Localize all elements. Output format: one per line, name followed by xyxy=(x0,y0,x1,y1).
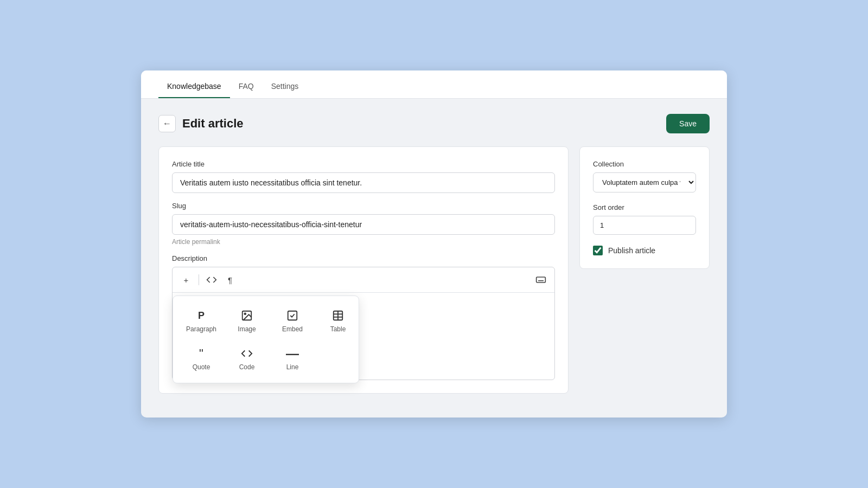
insert-dropdown: P Paragraph xyxy=(173,296,359,383)
article-form-card: Article title Slug Article permalink Des… xyxy=(158,146,569,394)
table-label: Table xyxy=(330,325,346,333)
code-view-button[interactable] xyxy=(203,272,220,288)
page-title: Edit article xyxy=(182,117,243,131)
image-icon xyxy=(240,309,253,322)
insert-paragraph[interactable]: P Paragraph xyxy=(180,303,223,338)
quote-label: Quote xyxy=(193,363,210,371)
insert-quote[interactable]: " Quote xyxy=(180,341,223,376)
save-button[interactable]: Save xyxy=(666,114,710,133)
image-label: Image xyxy=(238,325,256,333)
insert-embed[interactable]: Embed xyxy=(271,303,314,338)
sort-order-label: Sort order xyxy=(593,203,696,211)
tab-faq[interactable]: FAQ xyxy=(230,74,263,98)
quote-icon: " xyxy=(195,347,208,360)
svg-rect-8 xyxy=(288,311,297,320)
insert-image[interactable]: Image xyxy=(225,303,269,338)
insert-table[interactable]: Table xyxy=(316,303,360,338)
svg-rect-0 xyxy=(537,277,546,282)
publish-checkbox[interactable] xyxy=(593,246,603,255)
slug-label: Slug xyxy=(172,202,555,210)
embed-label: Embed xyxy=(282,325,303,333)
left-column: Article title Slug Article permalink Des… xyxy=(158,146,569,394)
main-content: ← Edit article Save Article title Slug A… xyxy=(141,99,727,409)
header-row: ← Edit article Save xyxy=(158,114,710,133)
description-editor: + ¶ xyxy=(172,267,555,380)
keyboard-button[interactable] xyxy=(533,272,549,288)
collection-select[interactable]: Voluptatem autem culpa voluptas... xyxy=(593,172,696,192)
paragraph-button[interactable]: ¶ xyxy=(222,272,238,288)
permalink-link[interactable]: Article permalink xyxy=(172,238,555,246)
code-label: Code xyxy=(239,363,255,371)
tab-settings[interactable]: Settings xyxy=(263,74,308,98)
line-label: Line xyxy=(286,363,299,371)
code-icon xyxy=(240,347,253,360)
editor-toolbar: + ¶ xyxy=(173,267,554,293)
embed-icon xyxy=(286,309,299,322)
sidebar-card: Collection Voluptatem autem culpa volupt… xyxy=(579,146,710,269)
two-col-layout: Article title Slug Article permalink Des… xyxy=(158,146,710,394)
line-icon: — xyxy=(286,347,299,360)
insert-button[interactable]: + xyxy=(178,272,194,288)
svg-point-7 xyxy=(244,313,246,314)
toolbar-divider xyxy=(199,274,199,285)
table-icon xyxy=(331,309,344,322)
insert-code[interactable]: Code xyxy=(225,341,269,376)
publish-label: Publish article xyxy=(608,246,655,255)
insert-line[interactable]: — Line xyxy=(271,341,314,376)
description-label: Description xyxy=(172,254,555,262)
slug-input[interactable] xyxy=(172,214,555,235)
publish-row: Publish article xyxy=(593,246,696,255)
article-title-label: Article title xyxy=(172,160,555,168)
collection-label: Collection xyxy=(593,160,696,168)
tabs-bar: Knowledgebase FAQ Settings xyxy=(141,70,727,99)
right-column: Collection Voluptatem autem culpa volupt… xyxy=(579,146,710,269)
tab-knowledgebase[interactable]: Knowledgebase xyxy=(158,74,230,98)
sort-order-input[interactable] xyxy=(593,216,696,235)
paragraph-icon: P xyxy=(195,309,208,322)
back-button[interactable]: ← xyxy=(158,115,176,132)
header-left: ← Edit article xyxy=(158,115,243,132)
article-title-input[interactable] xyxy=(172,172,555,193)
paragraph-label: Paragraph xyxy=(186,325,216,333)
